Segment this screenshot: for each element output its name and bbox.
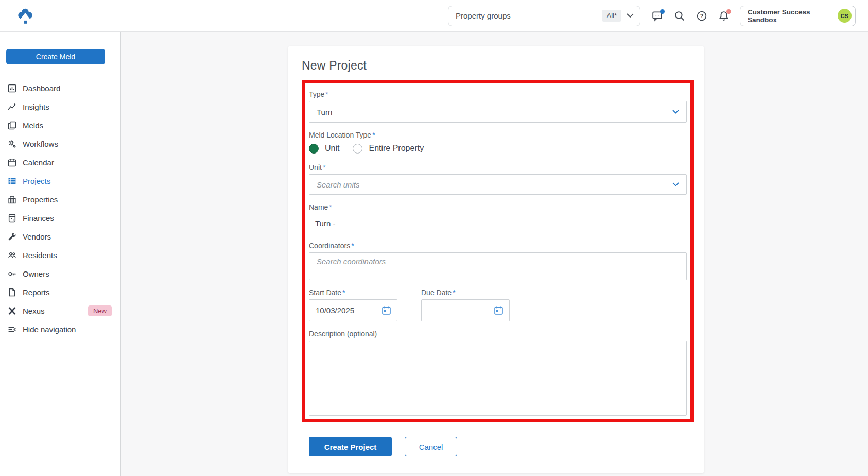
- avatar: CS: [838, 9, 852, 23]
- sidebar-item-finances[interactable]: Finances: [0, 209, 120, 227]
- account-name: Customer Success Sandbox: [748, 8, 838, 24]
- sidebar-item-owners[interactable]: Owners: [0, 264, 120, 283]
- start-date-label: Start Date*: [309, 288, 397, 297]
- projects-icon: [8, 177, 16, 185]
- sidebar-item-insights[interactable]: Insights: [0, 97, 120, 116]
- residents-icon: [8, 251, 16, 260]
- radio-unit[interactable]: [309, 144, 319, 154]
- location-type-field-group: Meld Location Type* Unit Entire Property: [309, 131, 687, 155]
- property-meld-logo-icon[interactable]: [18, 8, 33, 24]
- calendar-icon: [8, 158, 16, 167]
- start-date-group: Start Date*: [309, 288, 397, 321]
- search-filter-badge[interactable]: All*: [602, 10, 621, 22]
- properties-icon: [8, 195, 16, 204]
- unit-search-select[interactable]: [309, 174, 687, 195]
- search-label: Property groups: [456, 11, 602, 20]
- description-field-group: Description (optional): [309, 330, 687, 418]
- calendar-picker-icon[interactable]: [381, 305, 391, 315]
- melds-icon: [8, 121, 16, 130]
- chevron-down-icon: [672, 182, 679, 186]
- owners-icon: [8, 269, 16, 278]
- finances-icon: [8, 214, 16, 223]
- due-date-field[interactable]: [421, 299, 510, 321]
- location-type-options: Unit Entire Property: [309, 142, 687, 155]
- help-icon[interactable]: ?: [696, 10, 708, 22]
- chat-notification-dot: [660, 9, 665, 14]
- sidebar: Create Meld Dashboard Insights Melds: [0, 32, 121, 476]
- collapse-nav-icon: [8, 325, 16, 334]
- unit-field-group: Unit*: [309, 163, 687, 195]
- radio-unit-label[interactable]: Unit: [325, 144, 339, 153]
- sidebar-item-projects[interactable]: Projects: [0, 172, 120, 190]
- create-meld-button[interactable]: Create Meld: [6, 49, 105, 64]
- new-project-card: New Project Type* Turn Meld Loc: [288, 46, 704, 473]
- sidebar-item-melds[interactable]: Melds: [0, 116, 120, 134]
- page-title: New Project: [302, 59, 704, 73]
- property-groups-search[interactable]: Property groups All*: [448, 6, 640, 26]
- coordinators-field-group: Coordinators*: [309, 242, 687, 280]
- sidebar-item-residents[interactable]: Residents: [0, 246, 120, 264]
- sidebar-item-nexus[interactable]: Nexus New: [0, 301, 120, 320]
- sidebar-item-reports[interactable]: Reports: [0, 283, 120, 301]
- svg-text:?: ?: [700, 12, 704, 19]
- unit-label: Unit*: [309, 163, 687, 172]
- due-date-group: Due Date*: [421, 288, 510, 321]
- dates-field-group: Start Date* Due: [309, 288, 687, 321]
- new-badge: New: [88, 305, 112, 316]
- vendors-icon: [8, 232, 16, 241]
- nexus-icon: [8, 307, 16, 315]
- bell-notification-dot: [726, 9, 731, 14]
- required-asterisk: *: [342, 288, 345, 297]
- reports-icon: [8, 288, 16, 297]
- required-asterisk: *: [323, 163, 325, 172]
- due-date-input[interactable]: [428, 306, 494, 315]
- chat-icon[interactable]: [651, 10, 664, 22]
- type-field-group: Type* Turn: [309, 90, 687, 123]
- description-label: Description (optional): [309, 330, 687, 338]
- hide-navigation-button[interactable]: Hide navigation: [0, 320, 120, 338]
- sidebar-item-vendors[interactable]: Vendors: [0, 227, 120, 246]
- due-date-label: Due Date*: [421, 288, 510, 297]
- required-asterisk: *: [329, 203, 332, 211]
- sidebar-item-properties[interactable]: Properties: [0, 190, 120, 209]
- radio-entire-property[interactable]: [353, 144, 362, 154]
- unit-search-input[interactable]: [317, 180, 672, 189]
- calendar-picker-icon[interactable]: [494, 305, 504, 315]
- insights-icon: [8, 103, 16, 111]
- coordinators-label: Coordinators*: [309, 242, 687, 250]
- name-label: Name*: [309, 203, 687, 211]
- main-content: New Project Type* Turn Meld Loc: [121, 32, 868, 476]
- name-input[interactable]: [309, 214, 687, 233]
- description-textarea[interactable]: [309, 341, 687, 416]
- account-menu[interactable]: Customer Success Sandbox CS: [740, 6, 856, 26]
- radio-entire-property-label[interactable]: Entire Property: [369, 144, 424, 153]
- required-asterisk: *: [351, 242, 354, 250]
- dashboard-icon: [8, 84, 16, 93]
- name-field-group: Name*: [309, 203, 687, 233]
- workflows-icon: [8, 140, 16, 148]
- sidebar-item-workflows[interactable]: Workflows: [0, 134, 120, 153]
- location-type-label: Meld Location Type*: [309, 131, 687, 139]
- start-date-field[interactable]: [309, 299, 397, 321]
- sidebar-item-dashboard[interactable]: Dashboard: [0, 79, 120, 97]
- bell-icon[interactable]: [718, 10, 730, 22]
- type-select[interactable]: Turn: [309, 101, 687, 123]
- cancel-button[interactable]: Cancel: [405, 437, 457, 456]
- top-header: Property groups All* ?: [0, 0, 868, 32]
- search-icon[interactable]: [673, 10, 686, 22]
- sidebar-item-calendar[interactable]: Calendar: [0, 153, 120, 172]
- required-asterisk: *: [325, 90, 328, 98]
- type-selected-value: Turn: [317, 108, 332, 116]
- required-asterisk: *: [453, 288, 455, 297]
- annotation-red-rectangle: Type* Turn Meld Location Type*: [302, 80, 694, 422]
- coordinators-search-input[interactable]: [317, 257, 679, 266]
- required-asterisk: *: [372, 131, 375, 139]
- coordinators-multiselect[interactable]: [309, 252, 687, 280]
- create-project-button[interactable]: Create Project: [309, 437, 392, 456]
- header-icon-group: ?: [651, 10, 730, 22]
- chevron-down-icon[interactable]: [627, 13, 634, 18]
- form-actions: Create Project Cancel: [309, 437, 704, 456]
- start-date-input[interactable]: [316, 306, 381, 315]
- chevron-down-icon: [672, 110, 679, 114]
- type-label: Type*: [309, 90, 687, 98]
